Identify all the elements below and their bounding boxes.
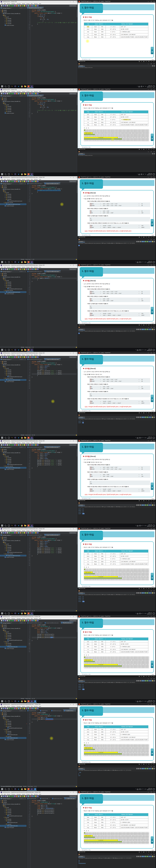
tree-item[interactable]: ▶JRE System Library [JavaSE-11] (0, 803, 26, 805)
task-view-icon[interactable] (7, 787, 10, 790)
tree-item[interactable]: ▶exam01 (0, 281, 26, 283)
tree-item[interactable]: module-info.java (0, 381, 26, 382)
tray-chevron-icon[interactable]: ^ (135, 613, 136, 614)
tree-expanded-arrow-icon[interactable]: ▼ (1, 11, 2, 12)
menu-item-edit[interactable]: Edit (4, 354, 6, 355)
console-toolbar-icon-7[interactable] (149, 592, 150, 593)
tree-collapsed-arrow-icon[interactable]: ▶ (5, 109, 6, 110)
toolbar-icon-2[interactable] (5, 356, 6, 358)
toolbar-icon-9[interactable] (18, 181, 20, 182)
edge-app-icon[interactable]: e (17, 787, 20, 790)
menu-item-source[interactable]: Source (7, 267, 10, 268)
editor-tab[interactable]: IntegerLiteralExample.java✕ (44, 446, 61, 448)
toolbar-icon-5[interactable] (10, 796, 12, 797)
minimize-button[interactable]: — (148, 616, 149, 617)
battery-icon[interactable] (139, 174, 140, 175)
menu-item-navigate[interactable]: Navigate (16, 91, 21, 92)
tree-item[interactable]: ▼exam04 (0, 725, 26, 727)
maximize-button[interactable]: ▢ (151, 177, 152, 178)
toolbar-icon-14[interactable] (28, 181, 29, 182)
next-slide-icon[interactable]: ◉ (143, 588, 144, 589)
notification-center-icon[interactable] (153, 261, 155, 263)
presenter-view-icon[interactable]: ⊡ (154, 61, 154, 62)
powerpoint-taskbar-icon[interactable]: P (27, 700, 30, 703)
zoom-icon[interactable]: ▭ (151, 237, 152, 238)
menu-item-help[interactable]: Help (39, 794, 41, 795)
explorer-toolbar-icon-3[interactable]: — (24, 798, 25, 799)
ime-indicator[interactable]: A (146, 613, 146, 614)
tree-item[interactable]: ▶exam03 (0, 197, 26, 198)
tree-expanded-arrow-icon[interactable]: ▼ (3, 280, 4, 281)
maximize-button[interactable]: ▢ (151, 616, 152, 617)
console-toolbar-icon-8[interactable] (150, 329, 152, 330)
package-explorer-close-icon[interactable]: ✕ (11, 359, 12, 360)
toolbar-icon-12[interactable] (24, 532, 25, 533)
console-toolbar-icon-7[interactable] (149, 241, 150, 242)
console-toolbar-icon-9[interactable] (152, 329, 153, 330)
close-button[interactable]: ✕ (154, 414, 155, 416)
close-button[interactable]: ✕ (154, 704, 155, 705)
tree-item[interactable]: VariableScopeExample.java (0, 288, 26, 289)
console-toolbar-icon-1[interactable] (138, 329, 140, 330)
chrome-app-icon[interactable] (20, 612, 24, 615)
tree-item[interactable]: ▶exam01 (0, 808, 26, 810)
console-toolbar-icon-4[interactable] (143, 416, 145, 418)
file-explorer-icon[interactable] (24, 524, 27, 527)
console-toolbar-icon-1[interactable] (138, 416, 140, 418)
console-toolbar-icon-6[interactable] (147, 592, 148, 593)
menu-item-edit[interactable]: Edit (4, 706, 6, 707)
console-toolbar-icon-4[interactable] (143, 329, 145, 330)
minimize-button[interactable]: — (148, 327, 149, 328)
console-tab-close-icon[interactable]: ✕ (83, 680, 84, 681)
toolbar-icon-2[interactable] (5, 796, 6, 797)
tree-expanded-arrow-icon[interactable]: ▼ (2, 805, 3, 806)
minimize-button[interactable]: — (70, 440, 71, 441)
tree-collapsed-arrow-icon[interactable]: ▶ (1, 185, 2, 186)
console-toolbar-icon-7[interactable] (149, 329, 150, 330)
explorer-toolbar-icon-1[interactable]: ⊟ (21, 359, 22, 360)
maximize-button[interactable]: ▢ (73, 440, 74, 441)
code-editor[interactable]: package sec01.exam04;public class Variab… (31, 97, 77, 173)
tree-expanded-arrow-icon[interactable]: ▼ (5, 824, 6, 825)
toolbar-icon-12[interactable] (24, 444, 25, 446)
maximize-button[interactable]: ▢ (151, 239, 152, 240)
editor-tab[interactable]: IntegerLiteralE...✕ (39, 798, 51, 800)
console-toolbar-icon-10[interactable] (154, 592, 155, 593)
console-toolbar-icon-2[interactable] (140, 680, 141, 681)
toolbar-icon-6[interactable] (12, 532, 14, 533)
tree-item[interactable]: VariableScopeExample.java (0, 376, 26, 377)
toolbar-icon-17[interactable] (33, 93, 35, 94)
eclipse-taskbar-icon[interactable]: e (30, 436, 34, 439)
console-titlebar[interactable]: —▢✕ (78, 766, 155, 768)
console-tab[interactable]: Console✕ (78, 592, 85, 594)
ime-indicator[interactable]: A (146, 525, 146, 526)
toolbar-icon-15[interactable] (30, 444, 31, 446)
toolbar-icon-0[interactable] (1, 532, 2, 533)
tree-expanded-arrow-icon[interactable]: ▼ (1, 714, 2, 715)
console-toolbar-icon-5[interactable] (145, 768, 146, 769)
explorer-toolbar-icon-4[interactable]: ◻ (25, 95, 26, 96)
editor-tab[interactable]: VariableScopeExample.java✕ (27, 534, 44, 536)
console-output[interactable]: 11 (78, 244, 155, 260)
editor-scrollbar[interactable] (77, 9, 77, 85)
zoom-icon[interactable]: ▭ (151, 764, 152, 765)
see-all-slides-icon[interactable]: ⊞ (148, 500, 149, 501)
console-toolbar-icon-9[interactable] (152, 241, 153, 242)
toolbar-icon-11[interactable] (22, 181, 23, 182)
network-icon[interactable] (141, 174, 142, 175)
tree-expanded-arrow-icon[interactable]: ▼ (2, 102, 3, 103)
menu-item-refactor[interactable]: Refactor (11, 3, 15, 4)
package-explorer-close-icon[interactable]: ✕ (11, 447, 12, 448)
tree-item[interactable]: VariableScopeExample.java (0, 815, 26, 817)
tree-item[interactable]: module-info.java (0, 648, 26, 649)
volume-icon[interactable] (142, 788, 143, 790)
toolbar-icon-9[interactable] (18, 796, 20, 797)
toolbar-icon-16[interactable] (31, 444, 33, 446)
file-explorer-icon[interactable] (24, 436, 27, 439)
tree-collapsed-arrow-icon[interactable]: ▶ (5, 461, 6, 461)
menu-item-navigate[interactable]: Navigate (16, 530, 21, 531)
zoom-icon[interactable]: ▭ (151, 588, 152, 589)
start-button[interactable] (1, 700, 4, 703)
toolbar-icon-7[interactable] (14, 708, 15, 709)
console-output[interactable]: var1: 11var2: 11var3: 11var4: 179 (78, 508, 155, 524)
